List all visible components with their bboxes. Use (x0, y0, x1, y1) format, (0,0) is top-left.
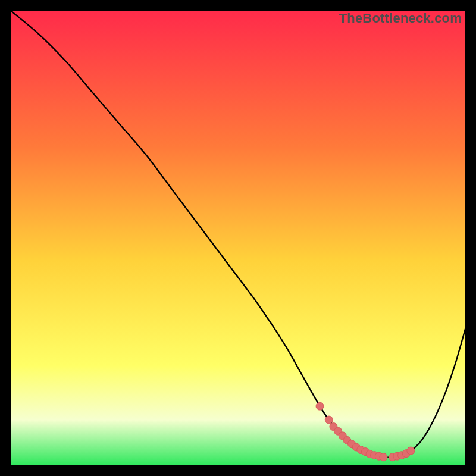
chart-frame: TheBottleneck.com (0, 0, 476, 476)
attribution-label: TheBottleneck.com (339, 11, 462, 26)
optimal-marker (407, 447, 415, 455)
optimal-marker (316, 402, 324, 410)
optimal-marker (325, 416, 333, 424)
optimal-marker (380, 453, 387, 461)
plot-area: TheBottleneck.com (11, 11, 465, 465)
heatmap-background (11, 11, 465, 465)
chart-svg (11, 11, 465, 465)
